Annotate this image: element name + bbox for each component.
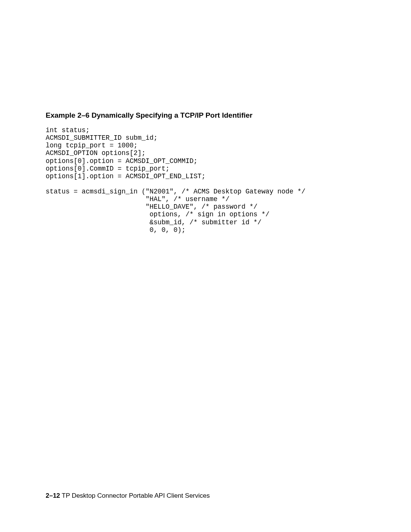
page-footer: 2–12 TP Desktop Connector Portable API C… bbox=[46, 492, 210, 500]
page-number: 2–12 bbox=[46, 492, 60, 499]
example-title: Example 2–6 Dynamically Specifying a TCP… bbox=[46, 111, 365, 120]
footer-section-title: TP Desktop Connector Portable API Client… bbox=[62, 492, 210, 499]
code-listing: int status; ACMSDI_SUBMITTER_ID subm_id;… bbox=[46, 126, 365, 234]
page-container: Example 2–6 Dynamically Specifying a TCP… bbox=[0, 0, 411, 532]
